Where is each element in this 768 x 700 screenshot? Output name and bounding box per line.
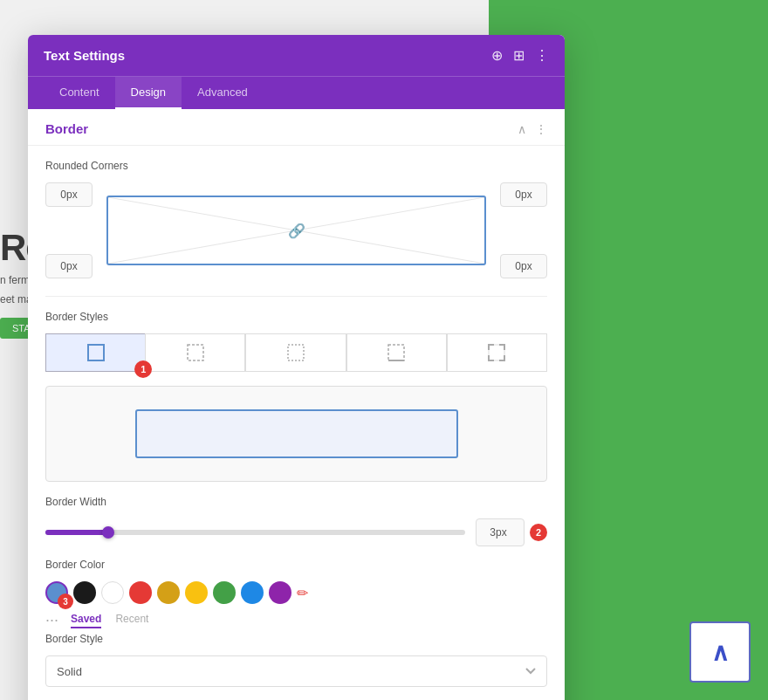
svg-rect-7 [489, 345, 504, 360]
dots-icon[interactable]: ··· [45, 611, 58, 629]
tab-content[interactable]: Content [44, 77, 115, 109]
border-width-row: 2 [45, 518, 547, 546]
corner-tl-input[interactable] [45, 182, 93, 207]
color-swatch-brown[interactable] [157, 581, 180, 604]
rounded-corners-label: Rounded Corners [45, 160, 547, 172]
logo-symbol: ∧ [711, 638, 730, 667]
modal-title: Text Settings [44, 48, 125, 63]
header-icons: ⊕ ⊞ ⋮ [491, 47, 549, 64]
corner-bl-input[interactable] [45, 254, 93, 278]
border-style-bottom[interactable] [346, 333, 447, 372]
logo-box: ∧ [689, 621, 751, 683]
border-styles-label: Border Styles [45, 311, 547, 323]
color-row-wrapper: 3 ✏ ··· Saved Recent [45, 581, 547, 629]
target-icon[interactable]: ⊕ [491, 47, 503, 64]
slider-thumb[interactable] [102, 526, 114, 539]
columns-icon[interactable]: ⊞ [513, 47, 525, 64]
border-style-corner[interactable] [447, 333, 547, 372]
section-title: Border [45, 121, 88, 136]
badge-1: 1 [134, 360, 152, 378]
border-style-dashed-light[interactable] [145, 333, 245, 372]
collapse-icon[interactable]: ∧ [518, 122, 526, 136]
border-width-slider[interactable] [45, 530, 465, 535]
rounded-preview-box: 🔗 [106, 196, 486, 265]
badge-2: 2 [530, 524, 547, 541]
svg-rect-3 [188, 345, 203, 360]
divider-1 [45, 296, 547, 297]
color-swatch-white[interactable] [101, 581, 124, 604]
svg-rect-4 [288, 345, 304, 360]
color-swatch-yellow[interactable] [185, 581, 208, 604]
svg-rect-5 [388, 345, 404, 360]
color-swatch-black[interactable] [73, 581, 96, 604]
tab-advanced[interactable]: Advanced [182, 77, 264, 109]
text-settings-modal: Text Settings ⊕ ⊞ ⋮ Content Design Advan… [28, 35, 565, 700]
modal-header: Text Settings ⊕ ⊞ ⋮ [28, 35, 565, 76]
tab-design[interactable]: Design [115, 77, 182, 109]
color-tab-saved[interactable]: Saved [71, 613, 101, 628]
color-swatch-purple[interactable] [269, 581, 291, 604]
color-swatch-red[interactable] [129, 581, 152, 604]
corner-border-icon [487, 343, 506, 362]
color-tabs: Saved Recent [71, 613, 148, 628]
section-more-icon[interactable]: ⋮ [535, 122, 547, 136]
corner-br-input[interactable] [500, 254, 547, 278]
border-style-dropdown-row: Solid Dashed Dotted Double None [45, 655, 547, 687]
section-header: Border ∧ ⋮ [28, 109, 565, 146]
slider-fill [45, 530, 108, 535]
bottom-border-icon [387, 343, 406, 362]
border-width-input[interactable] [476, 518, 525, 546]
color-swatch-green[interactable] [213, 581, 236, 604]
border-preview-inner [135, 409, 458, 458]
svg-rect-2 [88, 345, 104, 360]
rounded-corners-grid: 🔗 [45, 182, 547, 278]
modal-body: Border ∧ ⋮ Rounded Corners [28, 109, 565, 700]
border-style-solid[interactable]: 1 [45, 333, 145, 372]
border-style-dashed[interactable] [245, 333, 346, 372]
border-styles-row: 1 [45, 333, 547, 372]
color-tab-recent[interactable]: Recent [115, 613, 148, 628]
content-area: Rounded Corners 🔗 Border Styles [28, 146, 565, 700]
border-style-select[interactable]: Solid Dashed Dotted Double None [45, 655, 547, 687]
border-style-dropdown-label: Border Style [45, 633, 547, 645]
dashed-light-icon [186, 343, 205, 362]
color-swatch-blue2[interactable] [241, 581, 264, 604]
border-color-label: Border Color [45, 559, 547, 571]
border-width-label: Border Width [45, 496, 547, 508]
solid-border-icon [86, 343, 106, 362]
modal-tabs: Content Design Advanced [28, 76, 565, 109]
section-icons: ∧ ⋮ [518, 122, 547, 136]
corner-tr-input[interactable] [500, 182, 547, 207]
pencil-icon[interactable]: ✏ [297, 585, 308, 601]
color-swatches: 3 ✏ [45, 581, 547, 604]
dashed-icon [286, 343, 305, 362]
more-icon[interactable]: ⋮ [535, 47, 549, 64]
link-icon[interactable]: 🔗 [288, 223, 305, 239]
badge-3: 3 [58, 594, 73, 609]
border-preview-area [45, 386, 547, 482]
